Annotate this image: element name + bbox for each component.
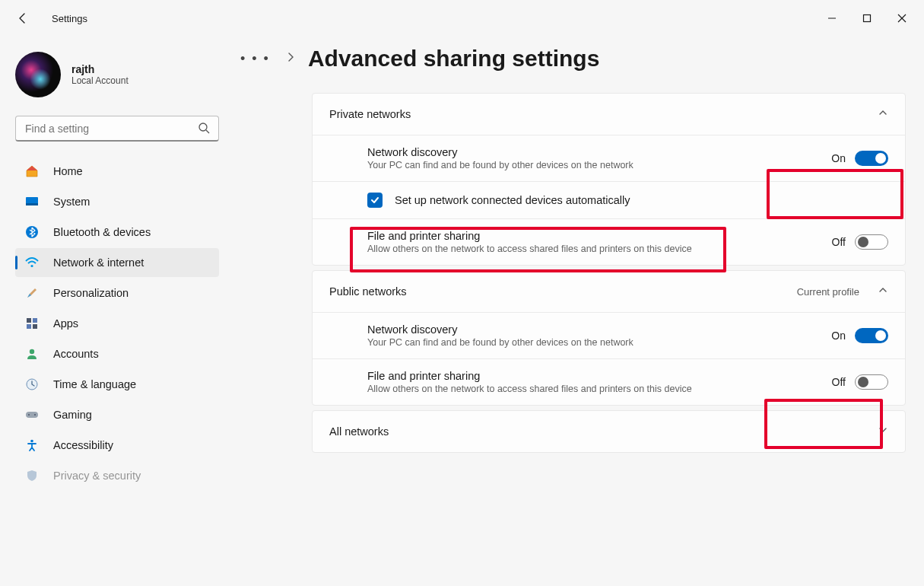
- accessibility-icon: [24, 438, 40, 453]
- svg-rect-8: [27, 318, 31, 323]
- svg-rect-11: [33, 324, 37, 329]
- row-title: Network discovery: [367, 146, 633, 158]
- nav-bluetooth[interactable]: Bluetooth & devices: [15, 218, 219, 247]
- minimize-button[interactable]: [814, 5, 849, 32]
- nav-label: Home: [53, 165, 83, 177]
- toggle-state-label: Off: [832, 376, 846, 388]
- nav-apps[interactable]: Apps: [15, 309, 219, 338]
- row-subtitle: Allow others on the network to access sh…: [367, 384, 692, 394]
- current-profile-label: Current profile: [797, 286, 859, 298]
- nav-gaming[interactable]: Gaming: [15, 400, 219, 429]
- section-title: Private networks: [329, 108, 411, 120]
- bluetooth-icon: [24, 225, 40, 240]
- nav-label: Privacy & security: [53, 470, 141, 482]
- public-networks-card: Public networks Current profile Network …: [312, 270, 906, 406]
- clock-icon: [24, 377, 40, 392]
- svg-point-17: [30, 440, 33, 443]
- nav-label: Bluetooth & devices: [53, 226, 151, 238]
- nav-accounts[interactable]: Accounts: [15, 339, 219, 368]
- toggle-state-label: On: [831, 152, 846, 164]
- nav-label: Personalization: [53, 287, 129, 299]
- nav-label: Gaming: [53, 409, 92, 421]
- svg-point-15: [28, 414, 30, 416]
- nav: Home System Bluetooth & devices Network …: [15, 157, 219, 490]
- toggle-state-label: Off: [832, 236, 846, 248]
- shield-icon: [24, 468, 40, 483]
- svg-point-12: [30, 349, 34, 354]
- nav-label: Accounts: [53, 348, 99, 360]
- toggle-state-label: On: [831, 330, 846, 342]
- search-box[interactable]: [15, 116, 219, 142]
- nav-home[interactable]: Home: [15, 157, 219, 186]
- row-subtitle: Allow others on the network to access sh…: [367, 244, 692, 254]
- nav-accessibility[interactable]: Accessibility: [15, 431, 219, 460]
- nav-label: Network & internet: [53, 256, 144, 269]
- svg-rect-1: [864, 15, 871, 22]
- home-icon: [24, 164, 40, 179]
- private-networks-header[interactable]: Private networks: [313, 94, 905, 135]
- nav-label: System: [53, 196, 90, 208]
- chevron-up-icon: [878, 285, 888, 298]
- svg-point-16: [34, 414, 36, 416]
- app-title: Settings: [52, 13, 87, 24]
- section-title: Public networks: [329, 285, 407, 298]
- nav-system[interactable]: System: [15, 187, 219, 216]
- public-networks-header[interactable]: Public networks Current profile: [313, 271, 905, 312]
- private-discovery-toggle[interactable]: [855, 151, 888, 166]
- system-icon: [24, 194, 40, 209]
- back-button[interactable]: [15, 11, 30, 26]
- accounts-icon: [24, 346, 40, 361]
- search-input[interactable]: [15, 116, 219, 142]
- chevron-up-icon: [878, 107, 888, 121]
- svg-point-2: [199, 123, 207, 131]
- breadcrumb-ellipsis[interactable]: • • •: [237, 51, 273, 67]
- auto-setup-checkbox[interactable]: [367, 193, 383, 208]
- search-icon: [198, 122, 210, 137]
- public-file-sharing-row: File and printer sharing Allow others on…: [313, 359, 905, 405]
- nav-personalization[interactable]: Personalization: [15, 279, 219, 307]
- svg-rect-5: [26, 203, 38, 205]
- row-subtitle: Your PC can find and be found by other d…: [367, 337, 633, 348]
- breadcrumb: • • • Advanced sharing settings: [237, 46, 906, 72]
- wifi-icon: [24, 255, 40, 270]
- section-title: All networks: [329, 425, 389, 438]
- titlebar: Settings: [0, 0, 924, 37]
- close-button[interactable]: [884, 5, 919, 32]
- svg-rect-10: [27, 324, 31, 329]
- all-networks-card: All networks: [312, 410, 906, 453]
- private-file-sharing-row: File and printer sharing Allow others on…: [313, 219, 905, 265]
- public-network-discovery-row: Network discovery Your PC can find and b…: [313, 313, 905, 358]
- public-discovery-toggle[interactable]: [855, 328, 888, 343]
- auto-setup-label: Set up network connected devices automat…: [395, 194, 630, 206]
- apps-icon: [24, 316, 40, 331]
- profile-name: rajth: [71, 63, 129, 75]
- page-title: Advanced sharing settings: [308, 46, 599, 72]
- chevron-right-icon: [287, 52, 294, 65]
- profile-account-type: Local Account: [71, 75, 129, 86]
- all-networks-header[interactable]: All networks: [313, 411, 905, 452]
- row-title: File and printer sharing: [367, 370, 692, 382]
- row-title: File and printer sharing: [367, 230, 692, 242]
- brush-icon: [24, 285, 40, 301]
- private-file-share-toggle[interactable]: [855, 234, 888, 250]
- sidebar: rajth Local Account Home System Bluetoot…: [0, 37, 228, 586]
- maximize-button[interactable]: [849, 5, 884, 32]
- nav-privacy[interactable]: Privacy & security: [15, 461, 219, 490]
- nav-label: Apps: [53, 317, 78, 330]
- row-title: Network discovery: [367, 323, 633, 336]
- svg-line-3: [206, 130, 209, 133]
- nav-network[interactable]: Network & internet: [15, 248, 219, 277]
- nav-time[interactable]: Time & language: [15, 370, 219, 399]
- private-network-discovery-row: Network discovery Your PC can find and b…: [313, 135, 905, 181]
- gaming-icon: [24, 407, 40, 422]
- nav-label: Accessibility: [53, 439, 113, 451]
- row-subtitle: Your PC can find and be found by other d…: [367, 160, 633, 170]
- svg-rect-9: [33, 318, 37, 323]
- public-file-share-toggle[interactable]: [855, 374, 888, 390]
- chevron-down-icon: [878, 425, 888, 438]
- main-content: • • • Advanced sharing settings Private …: [228, 37, 924, 586]
- private-networks-card: Private networks Network discovery Your …: [312, 93, 906, 266]
- nav-label: Time & language: [53, 378, 136, 390]
- auto-setup-row: Set up network connected devices automat…: [313, 182, 905, 218]
- profile-block[interactable]: rajth Local Account: [15, 52, 219, 97]
